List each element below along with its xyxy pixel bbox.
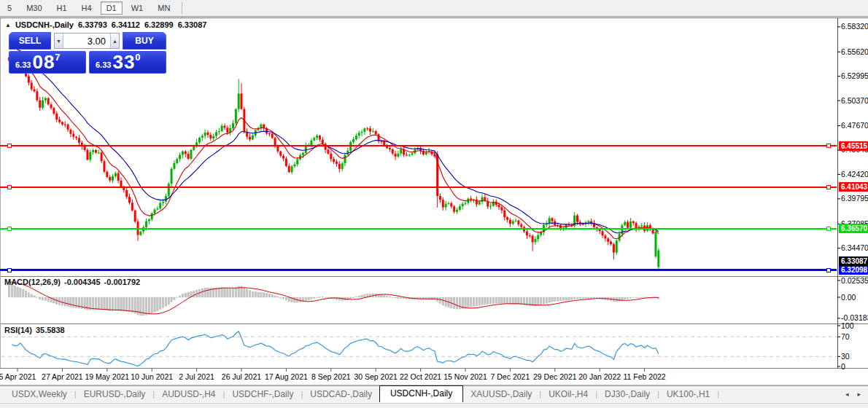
svg-text:6.42420: 6.42420 (841, 170, 868, 178)
hline-price-label: 6.45515 (839, 141, 868, 151)
chart-tab-usdcad-daily[interactable]: USDCAD-,Daily (303, 387, 379, 402)
candle-direction-icon: ▲ (5, 22, 11, 28)
current-price-label: 6.33087 (839, 256, 868, 266)
trading-platform-window: 5M30H1H4D1W1MN 6.583206.556206.529956.50… (0, 0, 868, 408)
horizontal-line[interactable] (0, 268, 837, 272)
chart-tab-audusd-h4[interactable]: AUDUSD-,H4 (155, 387, 222, 402)
tab-scroll-arrows: ◂▸ (838, 391, 868, 402)
svg-text:17 Aug 2021: 17 Aug 2021 (265, 372, 308, 381)
sell-price-display[interactable]: 6.33 08 7 (9, 51, 86, 74)
buy-price-prefix: 6.33 (96, 60, 111, 69)
sell-price-pips: 08 (32, 52, 55, 71)
status-bar (0, 403, 868, 408)
svg-text:29 Dec 2021: 29 Dec 2021 (533, 372, 577, 381)
buy-price-point: 0 (135, 52, 140, 63)
rsi-value: 35.5838 (36, 326, 65, 334)
symbol-ohlc-header: ▲ USDCNH-,Daily 6.33793 6.34112 6.32899 … (5, 20, 206, 29)
volume-input[interactable] (63, 34, 110, 48)
svg-text:6.34470: 6.34470 (841, 243, 868, 252)
tab-divider: | (717, 390, 719, 402)
svg-text:6.52995: 6.52995 (841, 71, 868, 80)
buy-price-pips: 33 (112, 52, 135, 71)
chart-tab-bar: USDX,Weekly|EURUSD-,Daily|AUDUSD-,H4|USD… (0, 385, 868, 402)
ohlc-close: 6.33087 (178, 20, 207, 29)
macd-indicator-label: MACD(12,26,9) -0.004345 -0.001792 (4, 278, 140, 286)
horizontal-line[interactable] (0, 144, 837, 148)
chart-tab-usdchf-daily[interactable]: USDCHF-,Daily (225, 387, 301, 402)
svg-text:5 Apr 2021: 5 Apr 2021 (0, 372, 36, 381)
svg-text:6.58320: 6.58320 (841, 22, 868, 31)
macd-histogram (8, 282, 659, 315)
sell-button[interactable]: SELL (9, 32, 51, 50)
chart-tab-dj30-daily[interactable]: DJ30-,Daily (597, 387, 657, 402)
horizontal-line[interactable] (0, 227, 837, 230)
macd-value-main: -0.004345 (64, 278, 101, 286)
symbol-title: USDCNH-,Daily (15, 20, 74, 29)
svg-text:6.55620: 6.55620 (841, 47, 868, 56)
svg-text:15 Nov 2021: 15 Nov 2021 (443, 372, 487, 381)
svg-text:6.39795: 6.39795 (841, 194, 868, 203)
svg-text:70: 70 (841, 332, 850, 341)
svg-text:19 May 2021: 19 May 2021 (85, 372, 129, 381)
buy-button[interactable]: BUY (123, 32, 166, 50)
candlesticks (8, 54, 659, 270)
hline-price-label: 6.41043 (839, 182, 868, 192)
ohlc-low: 6.32899 (144, 20, 174, 29)
svg-text:30 Sep 2021: 30 Sep 2021 (354, 372, 398, 381)
tab-scroll-right-icon[interactable]: ▸ (857, 391, 861, 398)
one-click-trade-panel: SELL ▼ ▲ BUY 6.33 08 7 6.33 33 0 (9, 32, 166, 74)
chart-tab-uk100-h1[interactable]: UK100-,H1 (659, 387, 717, 402)
svg-text:20 Jan 2022: 20 Jan 2022 (578, 372, 621, 381)
macd-value-signal: -0.001792 (104, 278, 141, 286)
axis-labels: 6.583206.556206.529956.503706.476706.450… (837, 22, 868, 370)
chart-tab-usdcnh-daily[interactable]: USDCNH-,Daily (379, 385, 463, 402)
svg-text:6.47670: 6.47670 (841, 121, 868, 130)
volume-decrease-button[interactable]: ▼ (55, 34, 63, 48)
sell-price-point: 7 (55, 52, 60, 63)
svg-text:100: 100 (841, 321, 854, 330)
tab-scroll-left-icon[interactable]: ◂ (845, 391, 849, 398)
hline-price-label: 6.32098 (839, 265, 868, 275)
rsi-indicator-label: RSI(14) 35.5838 (4, 326, 65, 334)
svg-text:8 Sep 2021: 8 Sep 2021 (311, 372, 351, 381)
svg-text:26 Jul 2021: 26 Jul 2021 (222, 372, 261, 381)
volume-stepper: ▼ ▲ (54, 33, 120, 49)
svg-text:0: 0 (841, 362, 845, 371)
chart-tab-eurusd-daily[interactable]: EURUSD-,Daily (77, 387, 153, 402)
horizontal-line[interactable] (0, 185, 837, 189)
volume-increase-button[interactable]: ▲ (110, 34, 119, 48)
ohlc-high: 6.34112 (112, 20, 140, 29)
svg-text:30: 30 (841, 352, 850, 361)
svg-text:0.00: 0.00 (841, 293, 856, 302)
svg-text:11 Feb 2022: 11 Feb 2022 (624, 372, 666, 381)
chart-tab-usdx-weekly[interactable]: USDX,Weekly (4, 387, 74, 402)
hline-price-label: 6.36570 (839, 224, 868, 233)
sell-price-prefix: 6.33 (15, 60, 31, 69)
svg-text:22 Oct 2021: 22 Oct 2021 (400, 372, 441, 381)
chart-tab-xauusd-daily[interactable]: XAUUSD-,Daily (463, 387, 539, 402)
svg-text:0.025357: 0.025357 (841, 276, 868, 285)
svg-text:10 Jun 2021: 10 Jun 2021 (131, 372, 173, 381)
ohlc-open: 6.33793 (78, 20, 107, 29)
svg-text:7 Dec 2021: 7 Dec 2021 (491, 372, 530, 381)
svg-text:2 Jul 2021: 2 Jul 2021 (179, 372, 214, 381)
date-axis: 5 Apr 202127 Apr 202119 May 202110 Jun 2… (0, 369, 666, 382)
svg-text:27 Apr 2021: 27 Apr 2021 (42, 372, 83, 381)
buy-price-display[interactable]: 6.33 33 0 (89, 51, 166, 74)
svg-text:6.50370: 6.50370 (841, 96, 868, 105)
rsi-name: RSI(14) (4, 326, 32, 334)
chart-tab-ukoil-h4[interactable]: UKOil-,H4 (541, 387, 595, 402)
macd-name: MACD(12,26,9) (4, 278, 61, 286)
